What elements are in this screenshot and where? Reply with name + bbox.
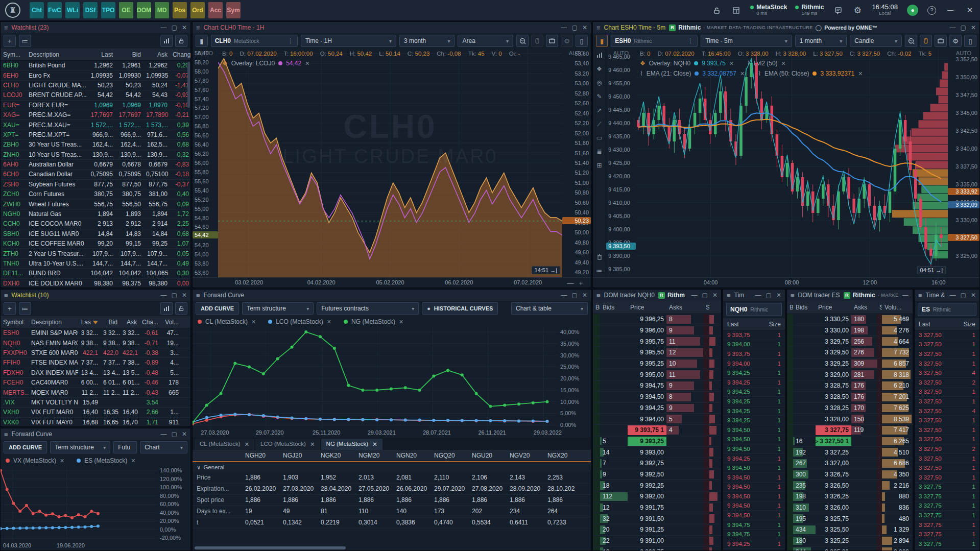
watchlist-row-FCEH0[interactable]: FCEH0CAC40MAR06 00...6 01...6 01...-0,46… <box>1 378 190 388</box>
section-general[interactable]: ∨General <box>193 462 591 472</box>
watchlist-row-6BH0[interactable]: 6BH0British Pound1,29621,29611,29620,20 <box>1 61 190 70</box>
watchlist-row-TNH0[interactable]: TNH0Ultra 10-Year U.S....144,7...144,7..… <box>1 259 190 269</box>
dom-price-row[interactable]: 3103 326,00836 <box>787 502 913 514</box>
bid-size-cell[interactable] <box>793 403 816 414</box>
object-list-icon[interactable]: ≔ <box>595 266 604 275</box>
buy-cell[interactable] <box>593 502 600 513</box>
bid-size-cell[interactable] <box>600 403 628 414</box>
price-cell[interactable]: 9 394,00 <box>628 414 666 424</box>
price-cell[interactable]: 9 391,50 <box>628 513 666 524</box>
trade-row[interactable]: 3 327,502 <box>915 444 979 454</box>
price-cell[interactable]: 3 327,75 <box>816 425 851 436</box>
lock-icon[interactable] <box>711 5 722 15</box>
bid-size-cell[interactable] <box>793 392 816 402</box>
trade-row[interactable]: 3 327,501 <box>915 340 979 350</box>
nav-button-oe[interactable]: OE <box>119 2 133 18</box>
buy-cell[interactable] <box>787 392 793 402</box>
buy-cell[interactable] <box>787 436 793 447</box>
ask-size-cell[interactable] <box>851 469 877 480</box>
minimize-window-icon[interactable]: — <box>945 5 955 15</box>
close-icon[interactable]: ✕ <box>582 293 587 298</box>
buy-cell[interactable] <box>787 336 793 347</box>
contract-header-NGU20[interactable]: NGU20 <box>468 452 506 459</box>
mouse-trade-icon[interactable] <box>920 35 932 47</box>
watchlist-row-ZTH0[interactable]: ZTH02 Year US Treasur...107,9...107,9...… <box>1 249 190 258</box>
sell-cell[interactable] <box>703 392 709 402</box>
menu-icon[interactable]: ≡ <box>196 24 200 32</box>
sell-cell[interactable] <box>877 325 882 336</box>
ask-size-cell[interactable]: 119 <box>851 425 877 436</box>
ts-column-size[interactable]: Size <box>754 321 785 328</box>
sell-cell[interactable] <box>877 447 882 458</box>
timeframe-select[interactable]: Time - 5m▾ <box>701 35 792 47</box>
bid-size-cell[interactable] <box>793 369 816 380</box>
mouse-trade-icon[interactable] <box>531 35 543 47</box>
buy-cell[interactable] <box>593 369 600 380</box>
dom-price-row[interactable]: 129 391,75 <box>593 502 721 514</box>
buy-cell[interactable] <box>787 403 793 414</box>
bid-size-cell[interactable] <box>600 336 628 347</box>
ask-size-cell[interactable] <box>851 524 877 535</box>
trade-row[interactable]: 9 394,501 <box>723 501 785 511</box>
remove-icon[interactable]: ✕ <box>327 319 331 325</box>
bid-size-cell[interactable]: 310 <box>793 502 816 513</box>
trade-row[interactable]: 9 394,251 <box>723 539 785 549</box>
maximize-icon[interactable]: ▢ <box>961 293 966 298</box>
filter-icon[interactable] <box>93 321 98 324</box>
column-header-last[interactable]: Last <box>86 51 115 58</box>
curve-tab-0[interactable]: CL (MetaStock)✕ <box>195 439 254 450</box>
trade-row[interactable]: 3 327,504 <box>915 368 979 378</box>
symbol-selector[interactable]: ESH0Rithmic⋮ <box>611 35 698 47</box>
dom-price-row[interactable]: 3003 326,754 350 <box>787 469 913 481</box>
dom-price-row[interactable]: 3 327,751197 417 <box>787 425 913 436</box>
buy-cell[interactable] <box>593 436 600 447</box>
ask-size-cell[interactable]: 5 <box>666 414 703 424</box>
dom-price-row[interactable]: 9 394,005 <box>593 414 721 425</box>
dom-price-row[interactable]: 2673 327,006 686 <box>787 458 913 469</box>
bid-size-cell[interactable]: 192 <box>793 447 816 458</box>
bid-size-cell[interactable] <box>793 336 816 347</box>
sell-cell[interactable] <box>703 536 709 546</box>
dom-price-row[interactable]: 3 330,251805 469 <box>787 314 913 325</box>
symbol-selector[interactable]: CLH0MetaStock⋮ <box>211 35 298 47</box>
sell-cell[interactable] <box>703 369 709 380</box>
help-icon[interactable]: ? <box>927 6 936 15</box>
trade-row[interactable]: 9 394,501 <box>723 435 785 445</box>
ask-size-cell[interactable] <box>851 458 877 469</box>
chart-scanner-icon[interactable] <box>516 35 529 47</box>
buy-cell[interactable] <box>593 524 600 535</box>
dom-column-s[interactable]: S <box>877 304 882 311</box>
trade-row[interactable]: 9 394,251 <box>723 416 785 425</box>
maximize-icon[interactable]: ▢ <box>572 25 578 30</box>
close-icon[interactable]: ✕ <box>182 432 187 437</box>
bid-size-cell[interactable]: 9 <box>600 469 628 480</box>
list-settings-button[interactable]: ≔ <box>19 35 31 47</box>
sell-cell[interactable] <box>703 358 709 369</box>
close-icon[interactable]: ✕ <box>712 293 718 298</box>
bid-size-cell[interactable] <box>600 325 628 336</box>
ask-size-cell[interactable]: 256 <box>851 336 877 347</box>
price-cell[interactable]: 9 394,75 <box>628 380 666 391</box>
buy-cell[interactable] <box>787 524 793 535</box>
ask-size-cell[interactable]: 281 <box>851 369 877 380</box>
bid-size-cell[interactable] <box>600 380 628 391</box>
remove-icon[interactable]: ✕ <box>729 60 734 67</box>
dom-price-row[interactable]: 9 395,0011 <box>593 369 721 380</box>
trade-row[interactable]: 9 394,501 <box>723 492 785 501</box>
add-symbol-button[interactable]: + <box>4 35 16 47</box>
dom-column-asks[interactable]: Asks <box>851 304 877 311</box>
trade-row[interactable]: 3 327,501 <box>915 397 979 406</box>
trade-row[interactable]: 3 327,501 <box>915 425 979 435</box>
trade-row[interactable]: 9 394,251 <box>723 368 785 378</box>
bid-size-cell[interactable] <box>793 314 816 325</box>
remove-icon[interactable]: ✕ <box>305 60 309 67</box>
sell-cell[interactable] <box>703 502 709 513</box>
trade-row[interactable]: 9 394,501 <box>723 463 785 473</box>
list-settings-button[interactable]: ≔ <box>19 302 31 315</box>
sell-cell[interactable] <box>877 425 882 436</box>
price-cell[interactable]: 9 394,50 <box>628 392 666 402</box>
nav-button-tpo[interactable]: TPO <box>101 2 115 18</box>
dom-price-row[interactable]: 9 393,75 14 <box>593 425 721 436</box>
draw-pencil-icon[interactable]: ✎ <box>595 92 604 101</box>
bid-size-cell[interactable] <box>600 425 628 436</box>
